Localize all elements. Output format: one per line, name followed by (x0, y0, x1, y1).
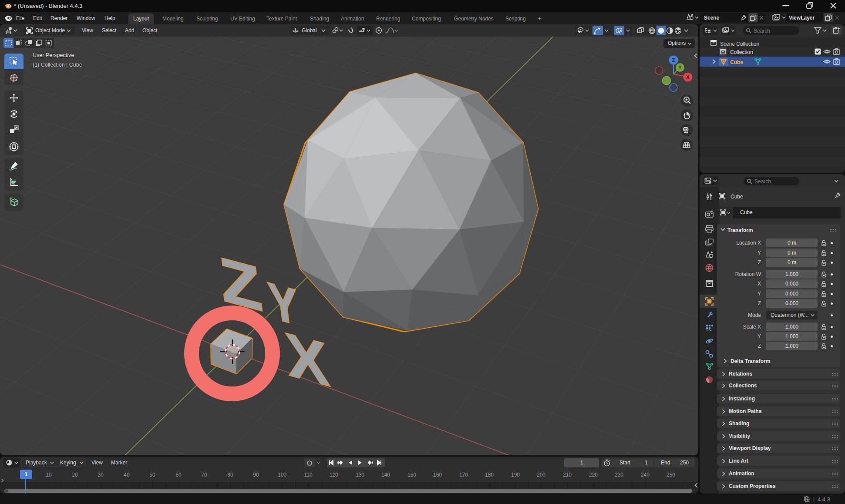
svg-text:X: X (686, 74, 690, 80)
svg-text:X: X (282, 319, 332, 400)
svg-text:Y: Y (678, 65, 682, 70)
svg-text:Z: Z (672, 57, 675, 63)
